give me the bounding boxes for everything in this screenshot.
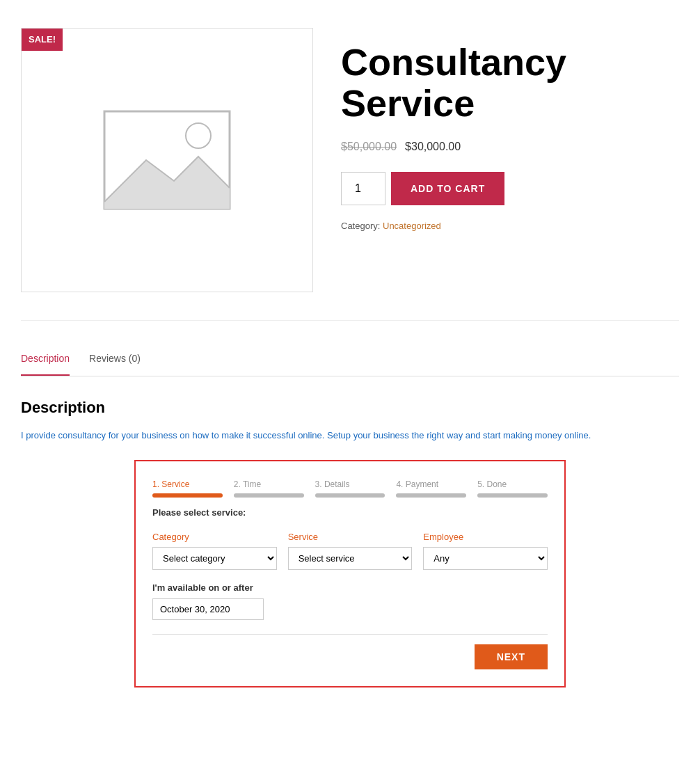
- tab-description[interactable]: Description: [21, 343, 70, 376]
- description-section: Description I provide consultancy for yo…: [21, 396, 679, 687]
- step-details: 3. Details: [315, 478, 385, 498]
- category-link[interactable]: Uncategorized: [383, 221, 441, 231]
- available-date-group: I'm available on or after: [152, 581, 548, 621]
- category-select[interactable]: Select category: [152, 547, 277, 570]
- step-payment-bar: [396, 493, 466, 498]
- available-label: I'm available on or after: [152, 581, 548, 595]
- tabs-section: Description Reviews (0): [21, 343, 679, 376]
- category-label: Category: [152, 530, 277, 544]
- step-payment: 4. Payment: [396, 478, 466, 498]
- add-to-cart-row: ADD TO CART: [341, 172, 679, 205]
- price-new: $30,000.00: [405, 138, 461, 155]
- step-service-bar: [152, 493, 223, 498]
- employee-label: Employee: [423, 530, 548, 544]
- step-details-label: 3. Details: [315, 478, 350, 491]
- service-selection-row: Category Select category Service Select …: [152, 530, 548, 570]
- widget-footer: NEXT: [152, 634, 548, 669]
- step-time-label: 2. Time: [234, 478, 261, 491]
- service-select[interactable]: Select service: [288, 547, 413, 570]
- sale-badge: SALE!: [22, 29, 63, 51]
- price-wrapper: $50,000.00 $30,000.00: [341, 138, 679, 155]
- step-payment-label: 4. Payment: [396, 478, 438, 491]
- step-time-bar: [234, 493, 304, 498]
- quantity-input[interactable]: [341, 172, 385, 205]
- employee-select[interactable]: Any: [423, 547, 548, 570]
- steps-row: 1. Service 2. Time 3. Details 4. Payment…: [152, 478, 548, 498]
- product-placeholder-image: [97, 104, 237, 216]
- product-title: Consultancy Service: [341, 42, 679, 125]
- product-image-wrapper: SALE!: [21, 28, 313, 292]
- svg-point-1: [186, 123, 211, 148]
- booking-widget: 1. Service 2. Time 3. Details 4. Payment…: [134, 460, 566, 688]
- product-section: SALE! Consultancy Service $50,000.00 $30…: [21, 14, 679, 321]
- product-details: Consultancy Service $50,000.00 $30,000.0…: [341, 28, 679, 292]
- please-select-label: Please select service:: [152, 506, 548, 520]
- next-button[interactable]: NEXT: [475, 644, 548, 669]
- page-wrapper: SALE! Consultancy Service $50,000.00 $30…: [0, 0, 700, 701]
- service-group: Service Select service: [288, 530, 413, 570]
- tab-reviews[interactable]: Reviews (0): [89, 343, 141, 376]
- category-line: Category: Uncategorized: [341, 219, 679, 233]
- date-input[interactable]: [152, 598, 264, 620]
- step-done-bar: [477, 493, 548, 498]
- add-to-cart-button[interactable]: ADD TO CART: [391, 172, 504, 205]
- step-service-label: 1. Service: [152, 478, 189, 491]
- category-group: Category Select category: [152, 530, 277, 570]
- step-done: 5. Done: [477, 478, 548, 498]
- step-details-bar: [315, 493, 385, 498]
- service-label: Service: [288, 530, 413, 544]
- description-text: I provide consultancy for your business …: [21, 429, 679, 443]
- tabs-row: Description Reviews (0): [21, 343, 679, 376]
- employee-group: Employee Any: [423, 530, 548, 570]
- price-old: $50,000.00: [341, 138, 397, 155]
- description-heading: Description: [21, 396, 679, 419]
- step-time: 2. Time: [234, 478, 304, 498]
- step-done-label: 5. Done: [477, 478, 507, 491]
- step-service: 1. Service: [152, 478, 223, 498]
